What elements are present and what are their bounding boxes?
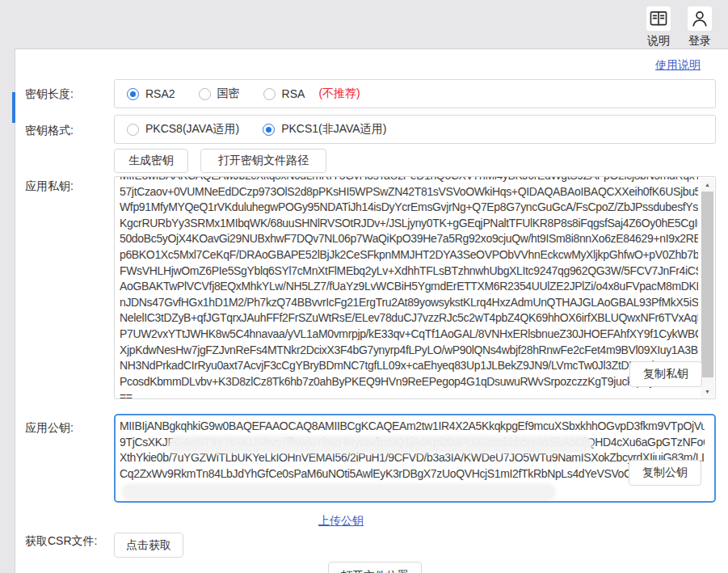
- not-recommended-warning: (不推荐): [318, 86, 360, 101]
- radio-guomi[interactable]: 国密: [199, 86, 240, 101]
- private-key-textarea[interactable]: MIIEowIBAAKCAQEAwJb2cXkq8xN0dLmRfY5GvH3s…: [114, 176, 716, 399]
- book-icon: [646, 6, 671, 31]
- scrollbar-track[interactable]: ▲ ▼: [701, 178, 714, 398]
- sidebar-active-indicator: [12, 92, 15, 123]
- key-length-label: 密钥长度:: [25, 87, 74, 102]
- radio-selected-icon: [127, 88, 139, 100]
- scroll-down-icon[interactable]: ▼: [701, 385, 714, 398]
- login-label: 登录: [686, 34, 713, 48]
- help-button[interactable]: 说明: [645, 6, 672, 48]
- key-format-group: PKCS8(JAVA适用) PKCS1(非JAVA适用): [114, 115, 716, 144]
- usage-instructions-link[interactable]: 使用说明: [655, 58, 701, 73]
- user-icon: [688, 6, 712, 31]
- radio-rsa2[interactable]: RSA2: [127, 87, 175, 100]
- get-csr-button[interactable]: 点击获取: [114, 533, 183, 558]
- generate-key-button[interactable]: 生成密钥: [114, 149, 188, 173]
- copy-private-key-button[interactable]: 复制私钥: [629, 361, 702, 387]
- radio-icon: [263, 88, 276, 100]
- key-length-group: RSA2 国密 RSA (不推荐): [114, 79, 716, 108]
- csr-label: 获取CSR文件:: [25, 534, 97, 549]
- open-key-path-button[interactable]: 打开密钥文件路径: [200, 149, 326, 173]
- radio-rsa[interactable]: RSA: [263, 87, 305, 100]
- radio-pkcs1[interactable]: PKCS1(非JAVA适用): [263, 122, 386, 137]
- open-file-location-button[interactable]: 打开文件位置: [328, 562, 422, 573]
- private-key-text: MIIEowIBAAKCAQEAwJb2cXkq8xN0dLmRfY5GvH3s…: [120, 176, 698, 399]
- upload-public-key-link[interactable]: 上传公钥: [318, 514, 364, 529]
- help-label: 说明: [645, 34, 672, 48]
- radio-selected-icon: [263, 124, 275, 136]
- radio-pkcs8[interactable]: PKCS8(JAVA适用): [127, 122, 239, 137]
- scroll-up-icon[interactable]: ▲: [701, 178, 714, 191]
- scrollbar-thumb[interactable]: [701, 192, 713, 377]
- main-panel: 使用说明 密钥长度: RSA2 国密 RSA (不推荐) 密钥格式: PKCS8…: [15, 48, 728, 573]
- public-key-textarea[interactable]: MIIBIjANBgkqhkiG9w0BAQEFAAOCAQ8AMIIBCgKC…: [114, 414, 716, 503]
- redaction-overlay: [170, 438, 591, 451]
- copy-public-key-button[interactable]: 复制公钥: [629, 460, 701, 486]
- key-tool-page: 说明 登录 使用说明 密钥长度: RSA2 国密 RSA: [0, 0, 728, 573]
- login-button[interactable]: 登录: [686, 6, 713, 48]
- redaction-overlay: [124, 486, 553, 499]
- private-key-label: 应用私钥:: [25, 179, 74, 194]
- public-key-label: 应用公钥:: [25, 421, 74, 436]
- radio-icon: [199, 88, 211, 100]
- key-format-label: 密钥格式:: [25, 124, 74, 138]
- radio-icon: [127, 124, 139, 136]
